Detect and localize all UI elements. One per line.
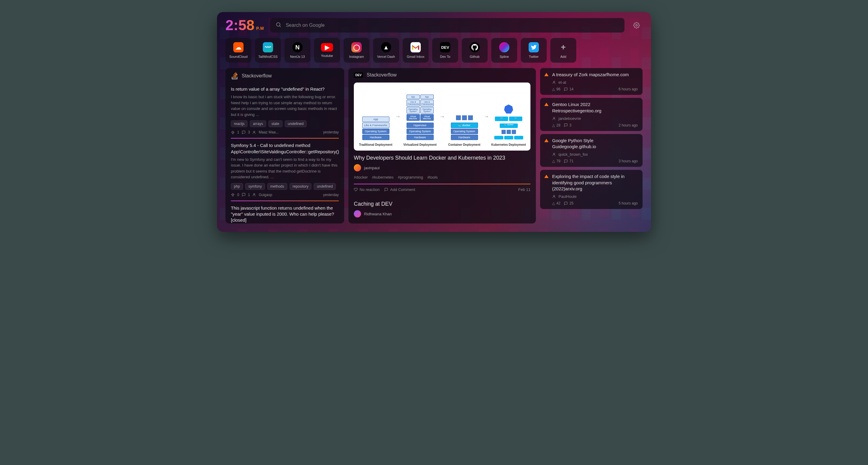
so-question-item[interactable]: Symfony 5.4 - Call to undefined method A… bbox=[225, 139, 344, 201]
tag[interactable]: #programming bbox=[398, 175, 423, 179]
shortcut-spline[interactable]: Spline bbox=[491, 38, 517, 63]
tailwind-icon: 〰 bbox=[263, 42, 273, 53]
hn-story[interactable]: A treasury of Zork mapszarfhome.com et-a… bbox=[540, 68, 643, 95]
so-question-item[interactable]: This javascript function returns undefin… bbox=[225, 201, 344, 224]
tag[interactable]: php bbox=[231, 183, 243, 190]
time-label: yesterday bbox=[323, 193, 339, 197]
shortcut-instagram[interactable]: ◯Instagram bbox=[344, 38, 370, 63]
svg-point-7 bbox=[553, 153, 555, 154]
shortcut-label: TailWindCSS bbox=[258, 55, 278, 59]
shortcut-youtube[interactable]: ▶Youtube bbox=[314, 38, 340, 63]
tag[interactable]: state bbox=[269, 121, 282, 127]
svg-point-5 bbox=[553, 81, 555, 82]
shortcut-label: Github bbox=[470, 55, 479, 59]
user-icon bbox=[552, 80, 556, 84]
upvote-icon[interactable] bbox=[544, 139, 549, 142]
triangle-icon: △ bbox=[552, 87, 555, 91]
tag[interactable]: arrays bbox=[250, 121, 266, 127]
search-input[interactable] bbox=[286, 23, 619, 28]
shortcut-twitter[interactable]: Twitter bbox=[521, 38, 547, 63]
arrow-icon: → bbox=[395, 113, 401, 120]
tag[interactable]: repository bbox=[290, 183, 312, 190]
clock-time: 2:58 bbox=[225, 18, 254, 33]
story-meta: △28 3 2 hours ago bbox=[552, 123, 638, 127]
shortcut-tailwind[interactable]: 〰TailWindCSS bbox=[255, 38, 281, 63]
shortcut-vercel[interactable]: ▲Vercel Dash bbox=[373, 38, 399, 63]
hn-story[interactable]: Google Python Style Guidegoogle.github.i… bbox=[540, 134, 643, 167]
tag[interactable]: #kubernetes bbox=[372, 175, 394, 179]
user-icon bbox=[252, 193, 256, 197]
tag[interactable]: undefined bbox=[285, 121, 307, 127]
upvote-icon[interactable] bbox=[544, 73, 549, 76]
upvote-icon[interactable] bbox=[544, 175, 549, 178]
column-title: Stackoverflow bbox=[242, 73, 272, 78]
hackernews-column: A treasury of Zork mapszarfhome.com et-a… bbox=[540, 68, 643, 224]
shortcut-devto[interactable]: DEVDev To bbox=[432, 38, 458, 63]
vote-stat: △79 bbox=[552, 159, 560, 163]
devto-icon: DEV bbox=[440, 42, 450, 53]
tag[interactable]: symfony bbox=[245, 183, 265, 190]
shortcut-add[interactable]: +Add bbox=[550, 38, 576, 63]
shortcuts-row: ☁SoundCloud 〰TailWindCSS NNextJs 13 ▶You… bbox=[217, 36, 651, 68]
arrow-icon: → bbox=[439, 113, 445, 120]
spline-icon bbox=[499, 42, 509, 53]
youtube-icon: ▶ bbox=[321, 43, 333, 52]
article-author: Ridhwana Khan bbox=[354, 210, 530, 218]
dev-article[interactable]: Caching at DEV Ridhwana Khan bbox=[348, 196, 536, 218]
shortcut-github[interactable]: Github bbox=[462, 38, 488, 63]
article-date: Feb 11 bbox=[518, 187, 530, 192]
settings-button[interactable] bbox=[630, 19, 643, 31]
author-name: javinpaul bbox=[364, 166, 379, 170]
user-icon bbox=[552, 195, 556, 198]
time-label: 3 hours ago bbox=[619, 159, 638, 163]
article-title: Caching at DEV bbox=[354, 201, 530, 207]
shortcut-gmail[interactable]: Gmail Inbox bbox=[403, 38, 429, 63]
comment-icon bbox=[564, 123, 568, 127]
story-meta: △79 71 3 hours ago bbox=[552, 159, 638, 163]
question-title: This javascript function returns undefin… bbox=[231, 205, 339, 224]
story-meta: △42 25 5 hours ago bbox=[552, 201, 638, 205]
article-title: Why Developers Should Learn Docker and K… bbox=[354, 155, 530, 161]
comment-icon bbox=[564, 87, 568, 91]
gmail-icon bbox=[410, 42, 421, 53]
triangle-icon: △ bbox=[552, 123, 555, 127]
tag[interactable]: methods bbox=[267, 183, 287, 190]
comment-stat: 25 bbox=[564, 201, 573, 205]
tag[interactable]: #tools bbox=[427, 175, 438, 179]
story-title: Gentoo Linux 2022 Retrospectivegentoo.or… bbox=[552, 101, 638, 114]
story-title: Google Python Style Guidegoogle.github.i… bbox=[552, 138, 638, 150]
shortcut-nextjs[interactable]: NNextJs 13 bbox=[284, 38, 310, 63]
clock-period: P.M bbox=[256, 26, 264, 31]
time-label: yesterday bbox=[323, 130, 339, 134]
hn-story[interactable]: Gentoo Linux 2022 Retrospectivegentoo.or… bbox=[540, 98, 643, 131]
tag[interactable]: undefined bbox=[314, 183, 336, 190]
story-author: jandeboevrie bbox=[552, 116, 638, 121]
reaction-button[interactable]: No reaction bbox=[354, 187, 379, 192]
hn-story[interactable]: Exploring the impact of code style in id… bbox=[540, 170, 643, 209]
svg-point-3 bbox=[254, 131, 255, 132]
so-question-item[interactable]: Is return value of a array "undefined" i… bbox=[225, 82, 344, 139]
question-meta: 0 1 Guigasp yesterday bbox=[231, 193, 339, 197]
shortcut-label: Twitter bbox=[529, 55, 538, 59]
vote-stat: △96 bbox=[552, 87, 560, 91]
shortcut-label: Spline bbox=[500, 55, 509, 59]
shortcut-label: NextJs 13 bbox=[290, 55, 305, 59]
shortcut-soundcloud[interactable]: ☁SoundCloud bbox=[225, 38, 251, 63]
shortcut-label: Add bbox=[560, 55, 566, 59]
comment-icon bbox=[384, 188, 388, 192]
nextjs-icon: N bbox=[292, 42, 303, 53]
user-icon bbox=[552, 153, 556, 156]
search-icon bbox=[276, 22, 281, 29]
user-icon bbox=[552, 117, 556, 121]
comment-stat: 71 bbox=[564, 159, 573, 163]
search-bar[interactable] bbox=[270, 18, 624, 33]
question-tags: reactjs arrays state undefined bbox=[231, 121, 339, 127]
dev-article[interactable]: Why Developers Should Learn Docker and K… bbox=[348, 155, 536, 196]
shortcut-label: Dev To bbox=[440, 55, 450, 59]
upvote-icon[interactable] bbox=[544, 103, 549, 106]
comment-button[interactable]: Add Comment bbox=[384, 187, 415, 192]
comment-stat: 3 bbox=[564, 123, 571, 127]
tag[interactable]: reactjs bbox=[231, 121, 247, 127]
svg-point-6 bbox=[553, 117, 555, 119]
tag[interactable]: #docker bbox=[354, 175, 368, 179]
